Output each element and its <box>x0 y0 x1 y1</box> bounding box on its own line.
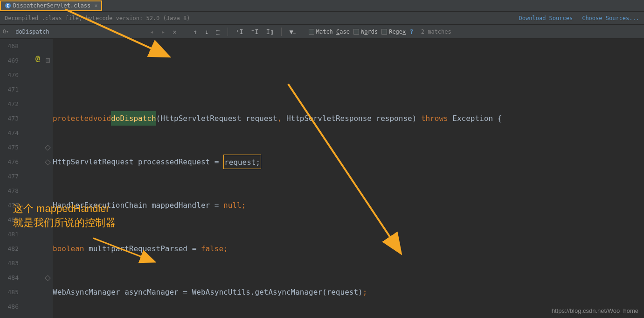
tab-bar: C DispatcherServlet.class × <box>0 0 644 12</box>
annotation-text: 这个 mappedHandler 就是我们所说的控制器 <box>13 202 116 230</box>
code-line-469: protected void doDispatch(HttpServletReq… <box>53 111 644 126</box>
code-line-470: HttpServletRequest processedRequest = re… <box>53 155 644 169</box>
editor: 468 469 470 471 472 473 474 475 476 477 … <box>0 39 644 318</box>
remove-selection-icon[interactable]: ⁻I <box>249 28 261 35</box>
fold-icon[interactable] <box>45 159 51 165</box>
line-gutter: 468 469 470 471 472 473 474 475 476 477 … <box>0 39 22 318</box>
line-number: 470 <box>0 68 19 82</box>
fold-icon[interactable] <box>45 145 51 151</box>
close-icon[interactable]: × <box>94 2 97 9</box>
separator <box>281 28 282 36</box>
download-sources-link[interactable]: Download Sources <box>519 15 573 21</box>
search-input[interactable] <box>14 28 144 36</box>
line-number: 472 <box>0 97 19 111</box>
info-bar: Decompiled .class file, bytecode version… <box>0 12 644 25</box>
watermark: https://blog.csdn.net/Woo_home <box>552 307 638 314</box>
select-all-occur-icon[interactable]: I▯ <box>264 28 276 35</box>
match-case-checkbox[interactable]: Match Case <box>309 28 350 35</box>
next-occurrence-icon[interactable]: ▸ <box>159 28 167 35</box>
svg-text:C: C <box>7 3 9 8</box>
class-icon: C <box>5 2 11 9</box>
line-number: 474 <box>0 126 19 140</box>
code-line-472: boolean multipartRequestParsed = false; <box>53 241 644 256</box>
search-bar: Q▾ ◂ ▸ ✕ ↑ ↓ ⬚ ⁺I ⁻I I▯ ▼_ Match Case Wo… <box>0 25 644 39</box>
match-count: 2 matches <box>421 28 451 35</box>
line-number: 477 <box>0 169 19 184</box>
line-number: 468 <box>0 39 19 53</box>
line-number: 469 <box>0 53 19 68</box>
line-number: 482 <box>0 241 19 256</box>
fold-icon[interactable] <box>46 58 50 63</box>
line-number: 471 <box>0 82 19 97</box>
next-match-icon[interactable]: ↓ <box>203 28 210 35</box>
line-number: 483 <box>0 256 19 270</box>
search-icon: Q▾ <box>3 28 9 35</box>
file-tab[interactable]: C DispatcherServlet.class × <box>0 0 102 11</box>
separator <box>228 28 228 36</box>
help-icon[interactable]: ? <box>409 28 413 35</box>
line-number: 484 <box>0 270 19 285</box>
select-all-icon[interactable]: ⬚ <box>214 28 222 35</box>
line-number: 486 <box>0 299 19 314</box>
fold-icon[interactable] <box>45 275 51 281</box>
tab-label: DispatcherServlet.class <box>13 2 90 9</box>
line-number: 473 <box>0 111 19 126</box>
code-line-473: WebAsyncManager asyncManager = WebAsyncU… <box>53 285 644 299</box>
clear-search-icon[interactable]: ✕ <box>171 28 178 35</box>
add-selection-icon[interactable]: ⁺I <box>234 28 245 35</box>
choose-sources-link[interactable]: Choose Sources... <box>582 15 639 21</box>
gutter-annotations: @ <box>22 39 53 318</box>
info-links: Download Sources Choose Sources... <box>519 15 639 21</box>
decompile-info: Decompiled .class file, bytecode version… <box>5 15 190 21</box>
prev-match-icon[interactable]: ↑ <box>192 28 199 35</box>
line-number: 478 <box>0 184 19 198</box>
line-number: 475 <box>0 140 19 155</box>
line-number: 485 <box>0 285 19 299</box>
line-number: 476 <box>0 155 19 169</box>
code-area[interactable]: protected void doDispatch(HttpServletReq… <box>53 39 644 318</box>
override-icon: @ <box>35 54 40 63</box>
filter-icon[interactable]: ▼_ <box>287 28 297 35</box>
words-checkbox[interactable]: Words <box>353 28 378 35</box>
code-line-471: HandlerExecutionChain mappedHandler = nu… <box>53 198 644 212</box>
prev-occurrence-icon[interactable]: ◂ <box>148 28 155 35</box>
regex-checkbox[interactable]: Regex <box>381 28 406 35</box>
